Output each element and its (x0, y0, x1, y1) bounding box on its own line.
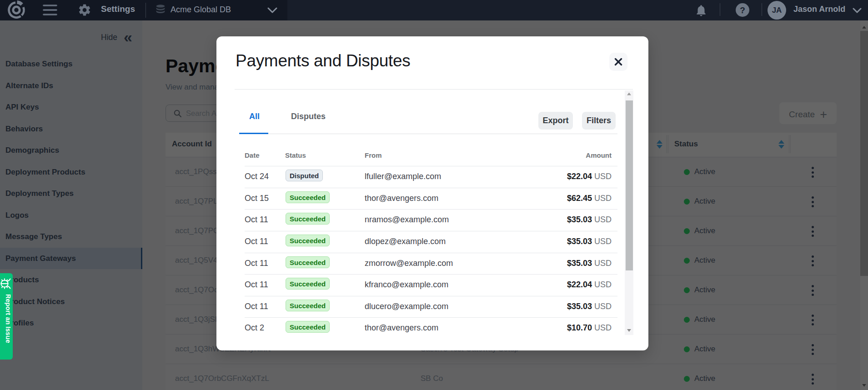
svg-text:?: ? (740, 5, 745, 15)
